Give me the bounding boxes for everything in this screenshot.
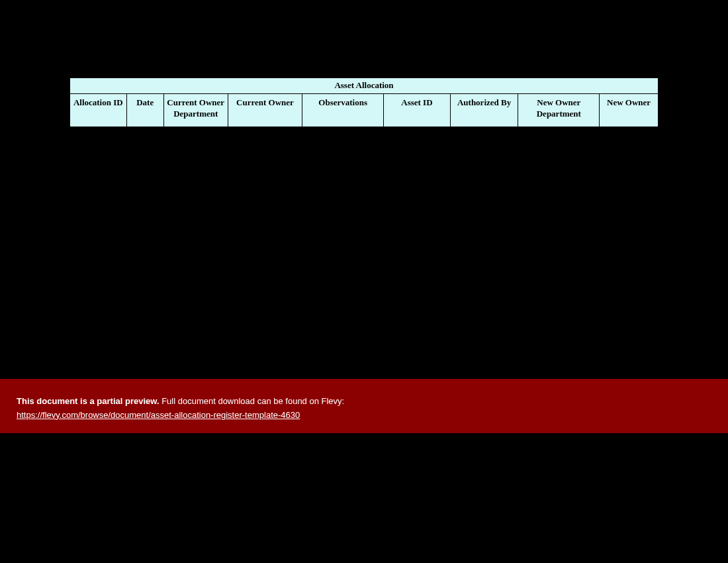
asset-allocation-table: Asset Allocation Allocation ID Date Curr…	[69, 77, 659, 127]
col-header-asset-id: Asset ID	[384, 94, 451, 127]
col-header-authorized-by: Authorized By	[450, 94, 518, 127]
col-header-new-owner-dept: New Owner Department	[518, 94, 600, 127]
col-header-allocation-id: Allocation ID	[70, 94, 127, 127]
banner-rest-text: Full document download can be found on F…	[159, 396, 345, 406]
col-header-observations: Observations	[302, 94, 384, 127]
col-header-current-owner-dept: Current Owner Department	[163, 94, 228, 127]
col-header-new-owner: New Owner	[600, 94, 659, 127]
banner-link[interactable]: https://flevy.com/browse/document/asset-…	[17, 410, 300, 420]
preview-banner: This document is a partial preview. Full…	[0, 379, 728, 433]
table-header-row: Allocation ID Date Current Owner Departm…	[70, 94, 659, 127]
table-title-row: Asset Allocation	[70, 78, 659, 94]
col-header-date: Date	[126, 94, 163, 127]
col-header-current-owner: Current Owner	[228, 94, 302, 127]
table-title: Asset Allocation	[70, 78, 659, 94]
banner-strong-text: This document is a partial preview.	[17, 396, 159, 406]
